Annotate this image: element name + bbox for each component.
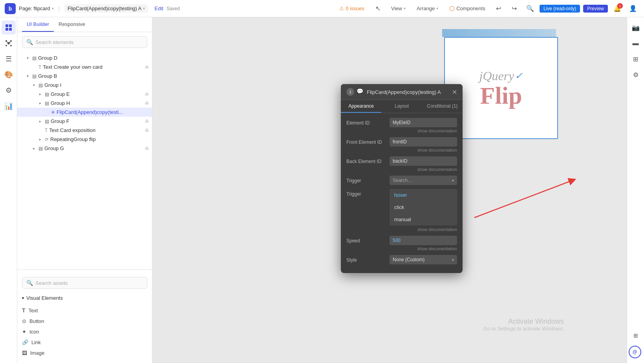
edit-button[interactable]: Edit [154,6,163,11]
style-dropdown[interactable]: None (Custom) ▾ [390,255,457,264]
data-icon[interactable]: ☰ [2,52,16,66]
trigger-search-row: Trigger Search... ▾ [346,176,457,185]
trigger-dropdown-container: hover click manual [390,189,457,226]
speed-value-area: show documentation [390,236,457,251]
tree-item-group-d[interactable]: ▾ ▤ Group D [17,53,152,62]
activate-windows: Activate Windows Go to Settings to activ… [483,317,564,332]
tree-item-group-e[interactable]: ▸ ▤ Group E ⁂ [17,90,152,99]
dialog-close-button[interactable]: ✕ [452,88,457,96]
element-tree: ▾ ▤ Group D ▸ T Text Create your own car… [17,52,152,270]
search-elements-box: 🔍 [22,36,147,48]
trigger-search-label: Trigger [346,176,390,183]
bottom-right-area: ⊞ @ [629,328,643,358]
group-icon: ▤ [45,119,49,124]
back-element-id-row: Back Element ID show documentation [346,156,457,172]
tree-item-group-b[interactable]: ▾ ▤ Group B [17,72,152,81]
canvas-area: jQuery ✓ Flip Activate Windows Go to Set… [152,17,627,363]
asset-image[interactable]: 🖼 Image [22,348,147,358]
arrange-button[interactable]: Arrange ▾ [413,4,442,13]
cursor-tool-button[interactable]: ↖ [371,2,384,15]
app-logo: b [5,3,16,14]
search-assets-input[interactable] [35,280,143,286]
undo-button[interactable]: ↩ [492,2,505,15]
assets-list: T Text ⊙ Button ✦ Icon 🔗 Link 🖼 Imag [17,303,152,360]
trigger2-value-area: hover click manual show documentation [390,189,457,232]
svg-point-7 [5,45,7,46]
element-id-input[interactable] [390,118,457,127]
visual-elements-title: Visual Elements [26,295,63,301]
tab-conditional[interactable]: Conditional (1) [422,100,463,113]
tree-item-repeatinggroup[interactable]: ▸ ⟳ RepeatingGroup flip [17,135,152,144]
tab-appearance[interactable]: Appearance [341,100,381,113]
preview-button[interactable]: Preview [583,5,608,13]
dialog-chat-icon[interactable]: 💬 [357,88,364,96]
tree-item-flipcard[interactable]: ▸ ✳ FlipCard(Append)copy(testi... [17,108,152,117]
right-icon-video[interactable]: ▬ [629,36,643,50]
tab-responsive[interactable]: Responsive [54,17,90,32]
visual-elements-header[interactable]: ▾ Visual Elements [17,293,152,303]
component-dropdown-arrow[interactable]: ▾ [143,6,145,11]
avatar-circle[interactable]: @ [629,346,641,358]
collapse-icon: ▾ [22,296,24,300]
plugins-icon[interactable]: ⚙ [2,83,16,97]
issues-button[interactable]: ⚠ 0 issues [335,4,368,13]
view-button[interactable]: View ▾ [387,4,410,13]
dialog-body: Element ID show documentation Front Elem… [341,113,463,273]
right-icon-layers[interactable]: ⊞ [629,52,643,66]
style-row: Style None (Custom) ▾ [346,255,457,264]
tree-item-text-create[interactable]: ▸ T Text Create your own card ⁂ [17,62,152,72]
page-dropdown-arrow[interactable]: ▾ [52,6,54,11]
trigger-option-hover[interactable]: hover [390,189,457,201]
group-icon: ▤ [45,92,49,97]
text-icon: T [38,64,41,70]
asset-text[interactable]: T Text [22,305,147,316]
trigger-doc-link[interactable]: show documentation [390,227,457,232]
search-elements-input[interactable] [35,39,143,45]
svg-line-10 [9,42,11,42]
component-selector[interactable]: FlipCard(Append)copy(testing) A ▾ [64,4,148,13]
dialog-header: ℹ 💬 FlipCard(Append)copy(testing) A ✕ [341,84,463,100]
tab-ui-builder[interactable]: UI Builder [22,17,54,32]
workflow-icon[interactable] [2,36,16,50]
user-avatar[interactable]: 👤 [627,2,639,15]
asset-button[interactable]: ⊙ Button [22,316,147,326]
trigger-option-click[interactable]: click [390,201,457,213]
styles-icon[interactable]: 🎨 [2,68,16,82]
group-icon: ▤ [38,146,43,151]
asset-icon[interactable]: ✦ Icon [22,326,147,337]
flipcard-icon: ✳ [51,110,55,115]
grid-view-icon[interactable]: ⊞ [629,328,643,343]
front-element-id-input[interactable] [390,137,457,147]
search-button[interactable]: 🔍 [524,2,536,15]
right-icon-camera[interactable]: 📷 [629,20,643,35]
front-element-id-doc-link[interactable]: show documentation [390,148,457,152]
asset-link[interactable]: 🔗 Link [22,337,147,348]
speed-input[interactable] [390,236,457,245]
dialog-title: FlipCard(Append)copy(testing) A [367,89,452,95]
trigger-option-manual[interactable]: manual [390,213,457,226]
analytics-icon[interactable]: 📊 [2,99,16,113]
dialog-tabs: Appearance Layout Conditional (1) [341,100,463,113]
back-element-id-input[interactable] [390,156,457,166]
speed-doc-link[interactable]: show documentation [390,246,457,251]
dialog-info-icon[interactable]: ℹ [346,88,354,96]
right-icon-settings[interactable]: ⚙ [629,68,643,82]
style-selected-value: None (Custom) [393,257,424,262]
tree-item-group-i[interactable]: ▾ ▤ Group I [17,81,152,90]
right-sidebar: 📷 ▬ ⊞ ⚙ ⊞ @ [627,17,644,363]
tree-item-group-f[interactable]: ▸ ▤ Group F ⁂ [17,117,152,126]
group-icon: ▤ [32,55,37,61]
tree-item-text-card[interactable]: ▸ T Text Card exposition ⁂ [17,126,152,135]
redo-button[interactable]: ↪ [508,2,521,15]
group-icon: ▤ [32,73,37,79]
tree-item-group-g[interactable]: ▸ ▤ Group G ⁂ [17,144,152,153]
notification-area: 🔔 1 [611,2,624,15]
saved-label: Saved [166,6,180,11]
trigger-search-input[interactable]: Search... ▾ [390,176,457,185]
components-button[interactable]: ⬡ Components [445,3,489,14]
tree-item-group-h[interactable]: ▸ ▤ Group H ⁂ [17,99,152,108]
tab-layout[interactable]: Layout [381,100,422,113]
element-id-doc-link[interactable]: show documentation [390,128,457,133]
ui-builder-icon[interactable] [2,20,16,35]
back-element-id-doc-link[interactable]: show documentation [390,167,457,172]
